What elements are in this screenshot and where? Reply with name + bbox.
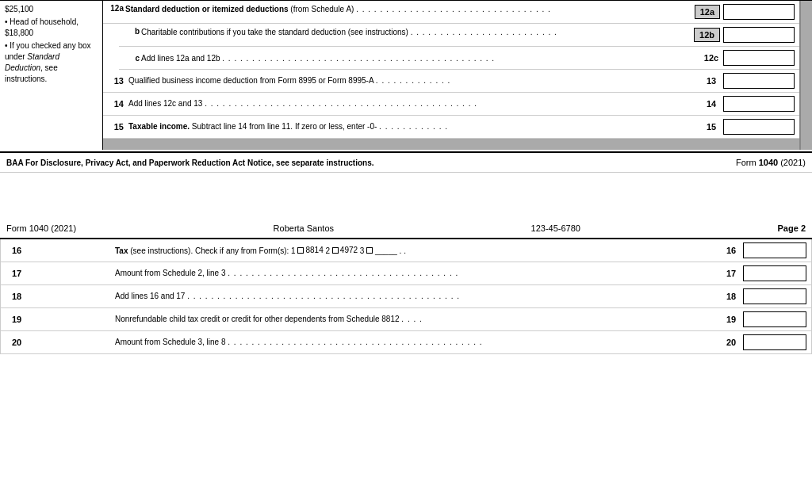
row-19-dots: . . . . <box>401 315 422 323</box>
p2-row-17: 17 Amount from Schedule 2, line 3 . . . … <box>1 262 811 285</box>
right-gray-col <box>801 1 812 150</box>
row-num-15: 15 <box>103 119 125 135</box>
row-12a-text2: (from Schedule A) <box>290 5 354 13</box>
p2-row-num-20: 20 <box>1 334 112 350</box>
checkbox-3-box[interactable] <box>366 247 373 254</box>
row-12b-content: Charitable contributions if you take the… <box>141 24 689 46</box>
footer-baa: BAA For Disclosure, Privacy Act, and Pap… <box>0 151 812 173</box>
p2-row-19-right: 19 <box>718 308 811 330</box>
page-wrapper: $25,100 • Head of household, $18,800 • I… <box>0 0 812 354</box>
row-18-dots: . . . . . . . . . . . . . . . . . . . . … <box>187 292 460 300</box>
p2-row-18: 18 Add lines 16 and 17 . . . . . . . . .… <box>1 285 811 308</box>
p2-row-20-right: 20 <box>718 331 811 353</box>
input-15[interactable] <box>723 119 795 135</box>
checkbox-3 <box>366 247 373 254</box>
left-sidebar: $25,100 • Head of household, $18,800 • I… <box>0 1 103 150</box>
row-13-content: Qualified business income deduction from… <box>125 72 698 90</box>
row-num-13: 13 <box>103 73 125 89</box>
row-num-14: 14 <box>103 96 125 112</box>
p2-row-num-17: 17 <box>1 265 112 281</box>
row-14-content: Add lines 12c and 13 . . . . . . . . . .… <box>125 95 698 113</box>
row-12c-content: Add lines 12a and 12b . . . . . . . . . … <box>141 51 698 66</box>
p2-row-16-right: 16 <box>718 239 811 262</box>
row-14-right: 14 <box>698 93 799 115</box>
row-15-right: 15 <box>698 116 799 138</box>
page2-ssn: 123-45-6780 <box>531 223 580 233</box>
p2-row-18-content: Add lines 16 and 17 . . . . . . . . . . … <box>112 288 718 305</box>
p2-input-18[interactable] <box>743 288 806 304</box>
checkbox-1-box[interactable] <box>297 247 304 254</box>
row-14: 14 Add lines 12c and 13 . . . . . . . . … <box>103 93 799 116</box>
p2-row-num-16: 16 <box>1 242 112 258</box>
sidebar-bullet2: • If you checked any box under Standard … <box>5 40 98 85</box>
checkbox-8814: 8814 <box>297 245 323 256</box>
p2-line-label-17: 17 <box>722 269 740 278</box>
p2-row-17-right: 17 <box>718 262 811 284</box>
input-12a[interactable] <box>723 4 795 20</box>
row-13: 13 Qualified business income deduction f… <box>103 70 799 93</box>
row-15-content: Taxable income. Subtract line 14 from li… <box>125 118 698 136</box>
row-12b-dots: . . . . . . . . . . . . . . . . . . . . … <box>411 28 557 36</box>
p2-row-20-content: Amount from Schedule 3, line 8 . . . . .… <box>112 334 718 351</box>
p2-input-17[interactable] <box>743 265 806 281</box>
p2-row-18-right: 18 <box>718 285 811 307</box>
row-12a-content: Standard deduction or itemized deduction… <box>125 1 690 23</box>
input-13[interactable] <box>723 73 795 89</box>
input-12b[interactable] <box>723 27 795 43</box>
top-section: $25,100 • Head of household, $18,800 • I… <box>0 0 812 150</box>
row-15-text: Subtract line 14 from line 11. If zero o… <box>192 122 377 131</box>
row-12b: b Charitable contributions if you take t… <box>119 24 799 47</box>
p2-line-label-20: 20 <box>722 338 740 347</box>
line-label-12a: 12a <box>695 5 720 19</box>
row-12b-input-area: 12b <box>689 24 799 46</box>
baa-bold: BAA For Disclosure, Privacy Act, and Pap… <box>6 158 373 167</box>
row-15-bold: Taxable income. <box>128 122 190 131</box>
p2-input-20[interactable] <box>743 334 806 350</box>
p2-row-19: 19 Nonrefundable child tax credit or cre… <box>1 308 811 331</box>
page2-rows: 16 Tax (see instructions). Check if any … <box>0 239 812 354</box>
p2-input-19[interactable] <box>743 311 806 327</box>
p2-row-num-19: 19 <box>1 311 112 327</box>
row-12c: c Add lines 12a and 12b . . . . . . . . … <box>119 47 799 70</box>
checkbox-2-box[interactable] <box>332 247 339 254</box>
p2-line-label-18: 18 <box>722 292 740 301</box>
row-15: 15 Taxable income. Subtract line 14 from… <box>103 116 799 139</box>
row-12c-text: Add lines 12a and 12b <box>141 54 220 63</box>
row-13-right: 13 <box>698 70 799 92</box>
page2-form-label: Form 1040 (2021) <box>6 223 76 233</box>
p2-input-16[interactable] <box>743 242 806 258</box>
p2-line-label-16: 16 <box>722 246 740 255</box>
page2-header: Form 1040 (2021) Roberta Santos 123-45-6… <box>0 216 812 239</box>
footer-form-label: Form 1040 (2021) <box>736 158 806 167</box>
row-12c-dots: . . . . . . . . . . . . . . . . . . . . … <box>222 54 495 63</box>
row-letter-c: c <box>119 51 141 66</box>
row-15-dots: . . . . . . . . . . . . <box>379 122 448 131</box>
line-label-12c: 12c <box>703 53 720 63</box>
p2-row-19-content: Nonrefundable child tax credit or credit… <box>112 311 718 328</box>
checkbox-4972: 4972 <box>332 245 358 256</box>
p2-row-16: 16 Tax (see instructions). Check if any … <box>1 239 811 262</box>
p2-row-17-content: Amount from Schedule 2, line 3 . . . . .… <box>112 265 718 282</box>
spacer <box>0 173 812 197</box>
row-17-dots: . . . . . . . . . . . . . . . . . . . . … <box>228 269 458 277</box>
sidebar-bullet1: • Head of household, $18,800 <box>5 17 98 39</box>
page2-name: Roberta Santos <box>274 223 334 233</box>
input-14[interactable] <box>723 96 795 112</box>
line-label-12b: 12b <box>694 28 720 42</box>
row-12b-text: Charitable contributions if you take the… <box>141 28 408 36</box>
line-label-13: 13 <box>703 76 720 86</box>
sidebar-amount1: $25,100 <box>5 4 98 15</box>
row-14-dots: . . . . . . . . . . . . . . . . . . . . … <box>205 99 477 108</box>
row-num-12a: 12a <box>103 1 125 23</box>
input-12c[interactable] <box>723 50 795 66</box>
row-20-dots: . . . . . . . . . . . . . . . . . . . . … <box>228 338 482 346</box>
line-label-15: 15 <box>703 122 720 132</box>
row-12a-bold: Standard deduction or itemized deduction… <box>125 5 289 13</box>
row-12c-right: 12c <box>698 47 799 69</box>
row-12a-dots: . . . . . . . . . . . . . . . . . . . . … <box>356 5 551 13</box>
p2-line-label-19: 19 <box>722 315 740 324</box>
row-12a-input-area: 12a <box>690 1 799 23</box>
row-12a: 12a Standard deduction or itemized deduc… <box>103 1 799 24</box>
p2-row-20: 20 Amount from Schedule 3, line 8 . . . … <box>1 331 811 354</box>
gray-bar <box>103 139 799 150</box>
